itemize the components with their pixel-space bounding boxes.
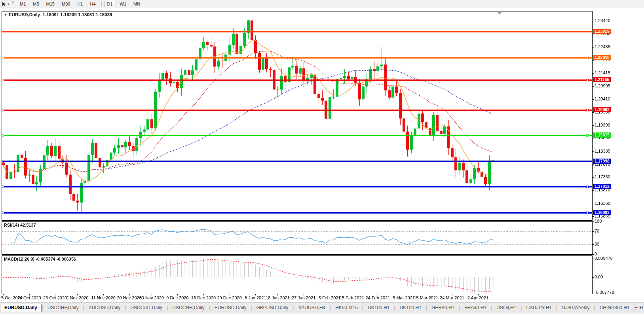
hline-price-tag: 1.17998 — [593, 159, 611, 164]
rsi-level-label: 100 — [595, 219, 602, 223]
tab-dj30-weekly[interactable]: DJ30,Weekly — [558, 304, 593, 312]
chart-title: ▼EURUSD,Daily 1.18091 1.18209 1.18031 1.… — [4, 12, 112, 17]
date-axis-label: 2 Nov 2020 — [66, 295, 88, 300]
timeframe-button-h4[interactable]: H4 — [87, 1, 99, 7]
tab-xauusd-h4[interactable]: XAUUSD,H4 — [294, 304, 329, 312]
price-axis-label: 1.20905 — [595, 83, 610, 88]
tab-audusd-daily[interactable]: AUDUSD,Daily — [85, 304, 125, 312]
hline-price-tag: 1.17012 — [593, 184, 611, 189]
price-axis-label: 1.17380 — [595, 174, 610, 179]
tab-gbpusd-daily[interactable]: GBPUSD,Daily — [253, 304, 293, 312]
timeframe-toolbar: ▾ M1M5M15M30H1H4D1W1MN — [0, 0, 644, 8]
toolbar-separator — [146, 1, 146, 7]
hline-price-tag: 1.16003 — [593, 210, 611, 215]
tab-uk100-h1[interactable]: UK100,H1 — [364, 304, 393, 312]
caret-down-icon[interactable]: ▾ — [8, 2, 9, 6]
price-axis-label: 1.23440 — [595, 18, 610, 23]
cursor-arrow-icon — [2, 2, 7, 7]
timeframe-button-m5[interactable]: M5 — [30, 1, 42, 7]
timeframe-button-h1[interactable]: H1 — [74, 1, 86, 7]
timeframe-button-m30[interactable]: M30 — [59, 1, 73, 7]
terminal-window: ▾ M1M5M15M30H1H4D1W1MN ▼EURUSD,Daily 1.1… — [0, 0, 644, 314]
tab-fra40-h1[interactable]: FRA40,H1 — [460, 304, 490, 312]
date-axis-label: 11 Nov 2020 — [91, 295, 116, 300]
status-strip — [0, 312, 644, 314]
timeframe-button-m1[interactable]: M1 — [17, 1, 29, 7]
chart-symbol-label: EURUSD,Daily — [9, 12, 40, 17]
date-axis-label: 24 Feb 2021 — [366, 295, 390, 300]
macd-indicator-label: MACD(12,26,9) -0.005374 -0.006356 — [4, 257, 76, 261]
tab-usdchf-daily[interactable]: USDCHF,Daily — [44, 304, 83, 312]
hline-price-tag: 1.23019 — [593, 29, 611, 34]
price-axis-label: 1.19390 — [595, 123, 610, 127]
price-axis-label: 1.22435 — [595, 44, 610, 49]
timeframe-button-m15[interactable]: M15 — [43, 1, 58, 7]
date-axis-label: 29 Dec 2020 — [217, 295, 241, 300]
hline-price-tag: 1.21155 — [593, 77, 611, 82]
price-axis-label: 1.21415 — [595, 70, 610, 75]
tab-eurusd-daily[interactable]: EURUSD,Daily — [211, 304, 251, 312]
chart-ohlc-values: 1.18091 1.18209 1.18031 1.18039 — [43, 12, 112, 17]
toolbar-grip — [12, 1, 14, 7]
date-axis-label: 15 Feb 2021 — [340, 295, 364, 300]
rsi-indicator-label: RSI(14) 42.5137 — [4, 223, 36, 227]
timeframe-buttons: M1M5M15M30H1H4D1W1MN — [16, 1, 148, 7]
date-axis-label: 8 Jan 2021 — [245, 295, 266, 300]
macd-level-label: 0.00 — [595, 274, 603, 279]
hline-price-tag: 1.19992 — [593, 107, 611, 112]
timeframe-button-d1[interactable]: D1 — [104, 1, 116, 7]
date-axis-label: 24 Mar 2021 — [440, 295, 464, 300]
macd-level-label: -0.007778 — [595, 290, 614, 295]
tab-china300-h1[interactable]: CHINA300,H1 — [596, 304, 634, 312]
tab-ger30-h1[interactable]: GER30,H1 — [427, 304, 458, 312]
toolbar-separator — [101, 1, 102, 7]
date-axis-label: 30 Nov 2020 — [139, 295, 164, 300]
tab-usdcnh-daily[interactable]: USDCNH,Daily — [168, 304, 208, 312]
tab-eurusd-daily[interactable]: EURUSD,Daily — [0, 304, 42, 312]
price-axis-label: 1.18385 — [595, 149, 610, 153]
rsi-level-label: 70 — [595, 229, 599, 233]
timeframe-button-mn[interactable]: MN — [130, 1, 143, 7]
price-axis-label: 1.20410 — [595, 96, 610, 101]
date-axis-label: 23 Oct 2020 — [43, 295, 67, 300]
hline-price-tag: 1.22010 — [593, 55, 611, 60]
chart-canvas[interactable] — [0, 8, 644, 303]
tab-scroll-left-button[interactable]: ◂ — [635, 305, 637, 309]
chart-shift-marker-icon[interactable] — [497, 12, 502, 15]
tab-hk50-m15[interactable]: HK50,M15 — [331, 304, 362, 312]
chart-dropdown-icon[interactable]: ▼ — [4, 13, 7, 17]
macd-level-label: 0.009478 — [595, 256, 613, 261]
tab-usdcad-daily[interactable]: USDCAD,Daily — [126, 304, 166, 312]
tab-usoil-h1[interactable]: USOil,H1 — [492, 304, 520, 312]
chart-tab-bar: EURUSD,Daily|USDCHF,Daily|AUDUSD,Daily|U… — [0, 303, 644, 312]
date-axis-label: 18 Dec 2020 — [191, 295, 216, 300]
tab-list: EURUSD,Daily|USDCHF,Daily|AUDUSD,Daily|U… — [0, 304, 644, 312]
date-axis-label: 14 Oct 2020 — [17, 295, 41, 300]
tab-uk100-h1[interactable]: UK100,H1 — [395, 304, 425, 312]
date-axis-label: 20 Nov 2020 — [117, 295, 141, 300]
rsi-level-label: 30 — [595, 242, 599, 246]
price-axis-label: 1.16360 — [595, 201, 610, 206]
date-axis-label: 9 Dec 2020 — [166, 295, 188, 300]
date-axis-label: 2 Apr 2021 — [467, 295, 488, 300]
date-axis-label: 5 Feb 2021 — [319, 295, 341, 300]
tab-usdjpy-h1[interactable]: USDJPY,H1 — [522, 304, 555, 312]
chart-cursor-icon[interactable]: ▾ — [0, 0, 11, 8]
date-axis-label: 27 Jan 2021 — [292, 295, 316, 300]
timeframe-button-w1[interactable]: W1 — [117, 1, 130, 7]
tab-scroll-right-button[interactable]: ▸ — [640, 305, 642, 309]
date-axis-label: 18 Jan 2021 — [266, 295, 290, 300]
hline-price-tag: 1.19015 — [593, 132, 611, 138]
date-axis-label: 5 Mar 2021 — [393, 295, 415, 300]
tab-scroll-arrows: ◂ ▸ — [634, 303, 643, 310]
date-axis-label: 15 Mar 2021 — [414, 295, 438, 300]
